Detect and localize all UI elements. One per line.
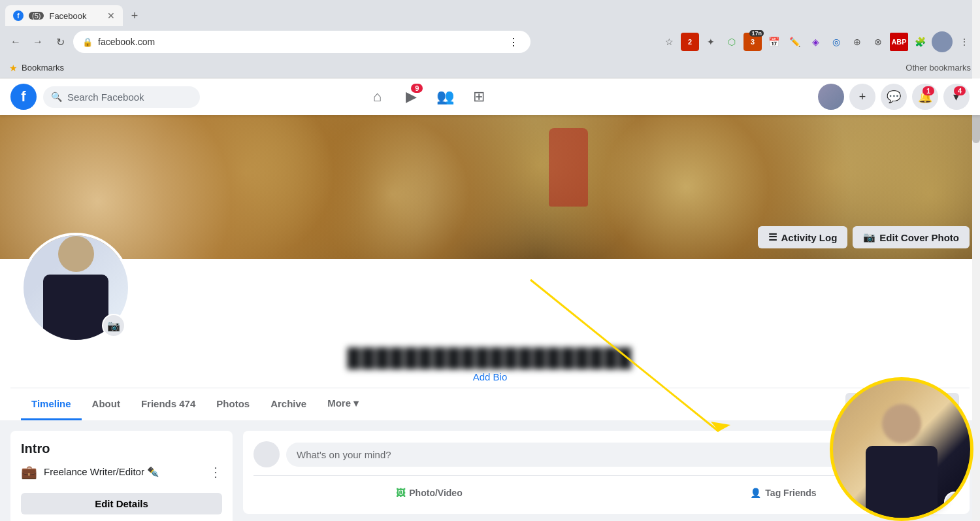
reload-button[interactable]: ↻ xyxy=(51,33,69,51)
tab-photos[interactable]: Photos xyxy=(206,389,260,420)
briefcase-icon: 💼 xyxy=(21,464,37,480)
ketchup-bottle xyxy=(549,128,588,207)
nav-right: + 💬 🔔 1 ▾ 4 xyxy=(818,84,970,110)
profile-name: ████████████████████ xyxy=(21,348,959,369)
profile-pic-wrapper: 📷 xyxy=(21,233,131,343)
person-head xyxy=(58,236,94,272)
photo-video-button[interactable]: 🖼 Photo/Video xyxy=(253,482,605,503)
bookmark-icon[interactable]: ☆ xyxy=(660,33,678,51)
tab-count: (5) xyxy=(29,12,44,20)
facebook-logo[interactable]: f xyxy=(10,84,37,110)
annotation-person-body xyxy=(866,446,938,518)
tab-timeline[interactable]: Timeline xyxy=(21,389,82,420)
bookmark-bar: ★ Bookmarks Other bookmarks xyxy=(0,58,980,78)
person-body xyxy=(43,275,108,340)
tab-about[interactable]: About xyxy=(82,389,131,420)
lock-icon: 🔒 xyxy=(82,37,93,47)
ext-8[interactable]: ◎ xyxy=(827,33,845,51)
groups-nav-btn[interactable]: 👥 xyxy=(429,81,461,112)
back-button[interactable]: ← xyxy=(7,33,25,51)
browser-chrome: f (5) Facebook ✕ + ← → ↻ 🔒 facebook.com … xyxy=(0,0,980,78)
search-placeholder: Search Facebook xyxy=(67,92,144,103)
add-bio-link[interactable]: Add Bio xyxy=(21,371,959,382)
tab-favicon: f xyxy=(13,10,24,21)
left-column: Intro 💼 Freelance Writer/Editor ✒️ ⋮ Edi… xyxy=(10,431,233,521)
annotation-circle: 📷 xyxy=(830,377,973,521)
ext-7[interactable]: ◈ xyxy=(806,33,825,51)
chrome-menu[interactable]: ⋮ xyxy=(955,33,973,51)
expand-icon: ⋮ xyxy=(508,36,521,48)
user-avatar-nav[interactable] xyxy=(818,84,844,110)
friends-count: 474 xyxy=(179,398,195,409)
profile-section: ☰ Activity Log 📷 Edit Cover Photo xyxy=(0,115,980,420)
search-icon: 🔍 xyxy=(51,92,62,102)
tab-title: Facebook xyxy=(49,11,102,21)
marketplace-nav-btn[interactable]: ⊞ xyxy=(463,81,495,112)
bookmark-star-icon: ★ xyxy=(9,63,18,73)
photo-video-label: Photo/Video xyxy=(409,488,462,498)
tag-icon: 👤 xyxy=(750,488,761,498)
post-avatar xyxy=(253,441,280,467)
menu-button[interactable]: ▾ 4 xyxy=(943,84,970,110)
ext-1[interactable]: 2 xyxy=(681,33,699,51)
annotation-person-head xyxy=(882,404,921,443)
nav-center: ⌂ ▶ 9 👥 ⊞ xyxy=(361,81,495,112)
intro-job: Freelance Writer/Editor ✒️ xyxy=(44,466,159,478)
intro-card: Intro 💼 Freelance Writer/Editor ✒️ ⋮ Edi… xyxy=(10,431,233,521)
profile-pic-row: 📷 xyxy=(10,233,970,343)
ext-3[interactable]: ⬡ xyxy=(723,33,741,51)
home-nav-btn[interactable]: ⌂ xyxy=(361,81,393,112)
ext-10[interactable]: ⊗ xyxy=(869,33,887,51)
profile-name-row: ████████████████████ Add Bio xyxy=(10,343,970,382)
active-tab[interactable]: f (5) Facebook ✕ xyxy=(5,5,123,26)
tab-friends[interactable]: Friends 474 xyxy=(131,389,206,420)
edit-details-button[interactable]: Edit Details xyxy=(21,493,222,514)
change-profile-pic-btn[interactable]: 📷 xyxy=(102,314,125,337)
video-badge: 9 xyxy=(411,84,423,93)
intro-job-item: 💼 Freelance Writer/Editor ✒️ ⋮ xyxy=(21,464,222,480)
ext-4[interactable]: 317n xyxy=(743,33,762,51)
tab-archive[interactable]: Archive xyxy=(260,389,317,420)
photo-icon: 🖼 xyxy=(396,488,405,498)
ext-5[interactable]: 📅 xyxy=(764,33,783,51)
ext-9[interactable]: ⊕ xyxy=(848,33,866,51)
scroll-indicator: ⋮ xyxy=(209,464,222,480)
other-bookmarks: Other bookmarks xyxy=(906,63,971,73)
notifications-badge: 1 xyxy=(923,86,934,95)
ext-6[interactable]: ✏️ xyxy=(785,33,804,51)
bookmarks-label: Bookmarks xyxy=(22,63,64,73)
user-avatar-browser[interactable] xyxy=(932,31,953,52)
url-text: facebook.com xyxy=(98,37,503,47)
tag-friends-label: Tag Friends xyxy=(765,488,816,498)
notifications-button[interactable]: 🔔 1 xyxy=(912,84,938,110)
forward-button[interactable]: → xyxy=(29,33,47,51)
ext-2[interactable]: ✦ xyxy=(702,33,720,51)
profile-info-area: 📷 ████████████████████ Add Bio Timeline … xyxy=(0,233,980,420)
ext-12[interactable]: 🧩 xyxy=(911,33,929,51)
page-wrapper: f (5) Facebook ✕ + ← → ↻ 🔒 facebook.com … xyxy=(0,0,980,521)
video-nav-btn[interactable]: ▶ 9 xyxy=(395,81,427,112)
ext-11[interactable]: ABP xyxy=(890,33,908,51)
address-bar[interactable]: 🔒 facebook.com ⋮ xyxy=(73,31,531,53)
new-tab-button[interactable]: + xyxy=(125,7,144,25)
intro-title: Intro xyxy=(21,441,222,456)
facebook-nav: f 🔍 Search Facebook ⌂ ▶ 9 👥 ⊞ + 💬 🔔 xyxy=(0,78,980,115)
address-bar-row: ← → ↻ 🔒 facebook.com ⋮ ☆ 2 ✦ ⬡ 317n 📅 ✏️… xyxy=(0,26,980,58)
tab-close-btn[interactable]: ✕ xyxy=(107,10,115,21)
annotation-camera-btn[interactable]: 📷 xyxy=(944,492,965,513)
tab-more[interactable]: More ▾ xyxy=(317,388,369,420)
menu-badge: 4 xyxy=(954,86,966,95)
profile-tabs: Timeline About Friends 474 Photos Archiv… xyxy=(10,388,970,420)
messenger-button[interactable]: 💬 xyxy=(881,84,907,110)
add-button[interactable]: + xyxy=(849,84,875,110)
toolbar-icons: ☆ 2 ✦ ⬡ 317n 📅 ✏️ ◈ ◎ ⊕ ⊗ ABP 🧩 ⋮ xyxy=(660,31,973,52)
search-bar[interactable]: 🔍 Search Facebook xyxy=(43,86,200,108)
tab-bar: f (5) Facebook ✕ + xyxy=(0,0,980,26)
